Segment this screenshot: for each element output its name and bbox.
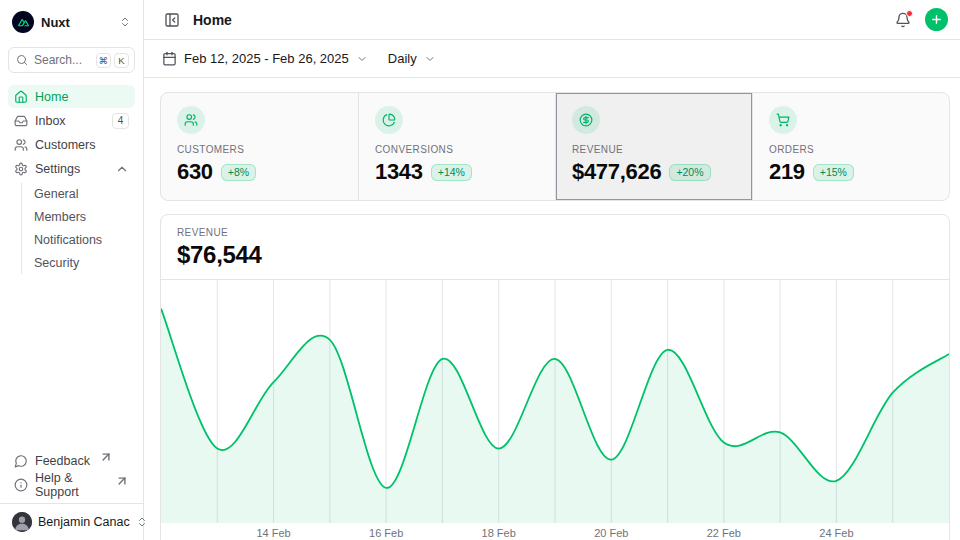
chart-label: REVENUE (177, 227, 933, 238)
date-range-label: Feb 12, 2025 - Feb 26, 2025 (184, 51, 349, 66)
date-range-picker[interactable]: Feb 12, 2025 - Feb 26, 2025 (160, 47, 370, 70)
sidebar-subitem-security[interactable]: Security (26, 252, 135, 274)
revenue-area-chart (161, 280, 949, 523)
inbox-icon (14, 114, 28, 128)
sidebar-subitem-members[interactable]: Members (26, 206, 135, 228)
notifications-button[interactable] (891, 8, 915, 32)
stat-icon-chip (572, 106, 600, 134)
stat-delta-badge: +15% (813, 164, 854, 181)
gear-icon (14, 162, 28, 176)
stat-value-row: $477,626+20% (572, 159, 736, 185)
info-icon (14, 478, 28, 492)
search-shortcut: ⌘ K (96, 53, 130, 68)
sidebar-item-customers[interactable]: Customers (8, 133, 135, 156)
main: Home Feb 12, 2025 - Feb 26, 2025 Daily (144, 0, 960, 540)
sidebar-item-help-support[interactable]: Help & Support (8, 473, 135, 496)
notification-dot (906, 10, 913, 17)
stat-delta-badge: +20% (669, 164, 710, 181)
sidebar-subitem-general[interactable]: General (26, 183, 135, 205)
stat-value-row: 1343+14% (375, 159, 539, 185)
sidebar-item-label: Home (35, 90, 68, 104)
dollar-circle-icon (579, 113, 593, 127)
kbd-k: K (114, 53, 129, 68)
content: CUSTOMERS630+8%CONVERSIONS1343+14%REVENU… (144, 78, 960, 540)
inbox-count-badge: 4 (112, 113, 129, 129)
x-tick-label: 24 Feb (819, 527, 853, 539)
sidebar: Nuxt Search... ⌘ K HomeInbox4CustomersSe… (0, 0, 144, 540)
sidebar-item-inbox[interactable]: Inbox4 (8, 109, 135, 132)
kbd-cmd: ⌘ (96, 53, 112, 68)
topbar: Home (144, 0, 960, 40)
stat-value: 630 (177, 159, 213, 185)
stat-label: CUSTOMERS (177, 144, 342, 155)
sidebar-nav: HomeInbox4CustomersSettingsGeneralMember… (8, 85, 135, 277)
revenue-chart-card: REVENUE $76,544 14 Feb16 Feb18 Feb20 Feb… (160, 214, 950, 540)
users-icon (184, 113, 198, 127)
x-tick-label: 20 Feb (594, 527, 628, 539)
chart-canvas (161, 280, 949, 523)
stat-icon-chip (375, 106, 403, 134)
stat-icon-chip (769, 106, 797, 134)
sidebar-item-feedback[interactable]: Feedback (8, 449, 135, 472)
stat-icon-chip (177, 106, 205, 134)
search-placeholder: Search... (34, 53, 90, 67)
pie-chart-icon (382, 113, 396, 127)
stat-label: CONVERSIONS (375, 144, 539, 155)
stat-card-revenue[interactable]: REVENUE$477,626+20% (555, 93, 752, 200)
workspace-name: Nuxt (41, 15, 70, 30)
sidebar-footer-nav: FeedbackHelp & Support (8, 449, 135, 496)
collapse-sidebar-button[interactable] (160, 8, 184, 32)
chart-value: $76,544 (177, 241, 933, 269)
message-bubble-icon (14, 454, 28, 468)
user-name: Benjamin Canac (38, 515, 130, 529)
stat-card-orders[interactable]: ORDERS219+15% (752, 93, 949, 200)
stat-label: REVENUE (572, 144, 736, 155)
chart-x-axis: 14 Feb16 Feb18 Feb20 Feb22 Feb24 Feb (161, 523, 949, 540)
workspace-switcher[interactable]: Nuxt (8, 8, 135, 36)
stat-card-conversions[interactable]: CONVERSIONS1343+14% (358, 93, 555, 200)
search-icon (16, 54, 28, 66)
stats-row: CUSTOMERS630+8%CONVERSIONS1343+14%REVENU… (160, 92, 950, 201)
x-tick-label: 14 Feb (256, 527, 290, 539)
nuxt-logo (12, 11, 34, 33)
stat-value-row: 219+15% (769, 159, 933, 185)
sidebar-item-label: Settings (35, 162, 80, 176)
granularity-label: Daily (388, 51, 417, 66)
stat-label: ORDERS (769, 144, 933, 155)
calendar-icon (162, 51, 177, 66)
topbar-actions (891, 8, 948, 32)
chevron-down-icon (424, 53, 436, 65)
stat-delta-badge: +14% (431, 164, 472, 181)
stat-card-customers[interactable]: CUSTOMERS630+8% (161, 93, 358, 200)
x-tick-label: 18 Feb (482, 527, 516, 539)
arrow-up-right-icon (99, 450, 113, 464)
sidebar-item-trailing (115, 162, 129, 176)
granularity-select[interactable]: Daily (386, 47, 438, 70)
chevron-down-icon (356, 53, 368, 65)
chevron-up-icon (115, 162, 129, 176)
sidebar-item-label: Customers (35, 138, 95, 152)
sidebar-item-trailing: 4 (112, 113, 129, 129)
user-avatar (12, 512, 32, 532)
sidebar-subnav: GeneralMembersNotificationsSecurity (21, 183, 135, 274)
sidebar-item-label: Inbox (35, 114, 66, 128)
chevrons-up-down-icon (119, 16, 131, 28)
stat-value: 219 (769, 159, 805, 185)
sidebar-item-settings[interactable]: Settings (8, 157, 135, 180)
stat-value: $477,626 (572, 159, 661, 185)
chart-header: REVENUE $76,544 (161, 215, 949, 280)
add-button[interactable] (925, 8, 948, 31)
sidebar-item-label: Feedback (35, 454, 90, 468)
users-icon (14, 138, 28, 152)
sidebar-item-label: Help & Support (35, 471, 106, 499)
home-icon (14, 90, 28, 104)
plus-icon (930, 13, 943, 26)
cart-icon (776, 113, 790, 127)
stat-delta-badge: +8% (221, 164, 256, 181)
arrow-up-right-icon (115, 474, 129, 488)
search-input[interactable]: Search... ⌘ K (8, 47, 135, 73)
sidebar-subitem-notifications[interactable]: Notifications (26, 229, 135, 251)
sidebar-item-home[interactable]: Home (8, 85, 135, 108)
user-menu[interactable]: Benjamin Canac (8, 504, 135, 534)
x-tick-label: 16 Feb (369, 527, 403, 539)
